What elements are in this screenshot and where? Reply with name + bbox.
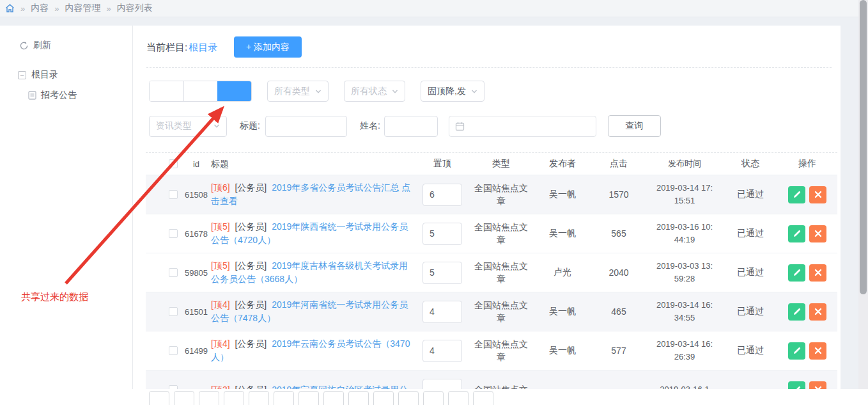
- toolbar-action-button[interactable]: [473, 391, 493, 405]
- col-header-type: 类型: [469, 158, 533, 170]
- col-header-id: id: [182, 159, 211, 169]
- tree-node-root[interactable]: − 根目录: [18, 69, 132, 81]
- toolbar-action-button[interactable]: [274, 391, 294, 405]
- toolbar-action-button[interactable]: [224, 391, 244, 405]
- sidebar: 刷新 − 根目录 招考公告: [0, 26, 132, 389]
- edit-button[interactable]: [788, 186, 805, 203]
- category-tag: [公务员]: [235, 338, 267, 349]
- breadcrumb: » 内容 » 内容管理 » 内容列表: [0, 0, 868, 17]
- edit-button[interactable]: [788, 381, 805, 390]
- col-header-clicks: 点击: [592, 158, 646, 170]
- delete-button[interactable]: [809, 381, 826, 390]
- breadcrumb-link[interactable]: 内容管理: [65, 3, 100, 14]
- table-row: 61678 [顶5] [公务员] 2019年陕西省统一考试录用公务员公告（472…: [146, 214, 837, 253]
- toolbar-action-button[interactable]: [249, 391, 269, 405]
- row-type: 全国站焦点文: [473, 383, 529, 389]
- refresh-icon: [19, 41, 29, 51]
- table-row: 59805 [顶5] [公务员] 2019年度吉林省各级机关考试录用公务员公告（…: [146, 253, 837, 292]
- calendar-icon: [455, 122, 465, 131]
- chevron-down-icon: [213, 123, 220, 129]
- toolbar-action-button[interactable]: [423, 391, 444, 405]
- top-tag: [顶6]: [211, 182, 230, 193]
- tree-node-child[interactable]: 招考公告: [28, 90, 132, 101]
- select-value: 所有状态: [351, 86, 387, 97]
- row-type: 全国站焦点文章: [473, 221, 529, 246]
- info-type-select[interactable]: 资讯类型: [149, 116, 227, 137]
- top-order-input[interactable]: [422, 379, 462, 390]
- breadcrumb-link[interactable]: 内容: [31, 3, 49, 14]
- title-cell: [顶5] [公务员] 2019年陕西省统一考试录用公务员公告（4720人）: [211, 220, 415, 247]
- edit-button[interactable]: [788, 342, 805, 360]
- refresh-button[interactable]: 刷新: [19, 40, 132, 51]
- collapse-icon[interactable]: −: [18, 71, 26, 79]
- edit-button[interactable]: [788, 225, 805, 242]
- toolbar-action-button[interactable]: [298, 391, 319, 405]
- add-content-button[interactable]: + 添加内容: [234, 36, 302, 58]
- toolbar-action-button[interactable]: [149, 391, 169, 405]
- top-order-input[interactable]: [422, 340, 462, 362]
- toolbar-action-button[interactable]: [448, 391, 469, 405]
- refresh-label: 刷新: [33, 40, 51, 51]
- filter-select[interactable]: 所有类型: [267, 81, 329, 102]
- content-table: id 标题 置顶 类型 发布者 点击 发布时间 状态 操作 61508 [顶6]…: [146, 152, 837, 389]
- delete-button[interactable]: [809, 225, 826, 242]
- select-all-checkbox[interactable]: [169, 159, 178, 168]
- row-id: 61501: [182, 307, 211, 317]
- breadcrumb-link[interactable]: 内容列表: [117, 3, 153, 14]
- filter-select[interactable]: 所有状态: [344, 81, 405, 102]
- top-order-input[interactable]: [422, 262, 462, 284]
- delete-button[interactable]: [809, 186, 826, 203]
- edit-button[interactable]: [788, 264, 805, 282]
- name-input[interactable]: [384, 116, 438, 137]
- category-tag: [公务员]: [235, 260, 267, 271]
- filter-tab[interactable]: [217, 81, 251, 101]
- chevron-down-icon: [392, 88, 398, 95]
- filter-row-1: 所有类型 所有状态 固顶降,发: [149, 81, 484, 102]
- top-order-input[interactable]: [422, 301, 462, 323]
- date-input[interactable]: [449, 116, 596, 137]
- filter-tab[interactable]: [150, 81, 183, 101]
- article-title-link[interactable]: 2019年宁夏回族自治区考试录用公: [272, 385, 408, 390]
- current-category-value: 根目录: [189, 42, 217, 54]
- scrollbar-track[interactable]: [858, 0, 868, 389]
- title-field-label: 标题:: [240, 120, 260, 132]
- toolbar-action-button[interactable]: [199, 391, 219, 405]
- row-type: 全国站焦点文章: [473, 260, 529, 285]
- toolbar-action-button[interactable]: [373, 391, 394, 405]
- toolbar-action-button[interactable]: [348, 391, 369, 405]
- toolbar-action-button[interactable]: [398, 391, 419, 405]
- date-input-field[interactable]: [465, 116, 590, 136]
- row-checkbox[interactable]: [169, 229, 178, 238]
- top-order-input[interactable]: [422, 223, 462, 245]
- category-tag: [公务员]: [235, 182, 267, 193]
- edit-button[interactable]: [788, 303, 805, 321]
- scrollbar-thumb[interactable]: [860, 0, 867, 294]
- tree-child-label: 招考公告: [41, 90, 77, 101]
- row-checkbox[interactable]: [169, 268, 178, 277]
- delete-button[interactable]: [809, 342, 826, 360]
- filter-tab[interactable]: [183, 81, 217, 101]
- sidebar-divider: [132, 26, 133, 389]
- delete-button[interactable]: [809, 303, 826, 321]
- row-publisher: 吴一帆: [533, 228, 592, 239]
- home-icon[interactable]: [5, 4, 15, 13]
- query-button[interactable]: 查询: [608, 115, 661, 137]
- category-tag: [公务员]: [235, 221, 267, 232]
- row-clicks: 565: [592, 228, 646, 239]
- title-input[interactable]: [265, 116, 347, 137]
- col-header-publish-time: 发布时间: [646, 158, 724, 170]
- filter-select[interactable]: 固顶降,发: [421, 81, 484, 102]
- delete-button[interactable]: [809, 264, 826, 282]
- row-checkbox[interactable]: [169, 346, 178, 355]
- main-panel: 当前栏目: 根目录 + 添加内容 所有类型 所有状态 固顶降,发: [133, 26, 841, 389]
- row-checkbox[interactable]: [169, 190, 178, 199]
- table-header: id 标题 置顶 类型 发布者 点击 发布时间 状态 操作: [146, 153, 837, 175]
- top-order-input[interactable]: [422, 184, 462, 206]
- toolbar-action-button[interactable]: [323, 391, 344, 405]
- toolbar-action-button[interactable]: [174, 391, 194, 405]
- filter-tab-group: [149, 81, 252, 102]
- col-header-status: 状态: [724, 158, 777, 170]
- name-field-label: 姓名:: [360, 120, 380, 132]
- row-checkbox[interactable]: [169, 307, 178, 316]
- col-header-publisher: 发布者: [533, 158, 592, 170]
